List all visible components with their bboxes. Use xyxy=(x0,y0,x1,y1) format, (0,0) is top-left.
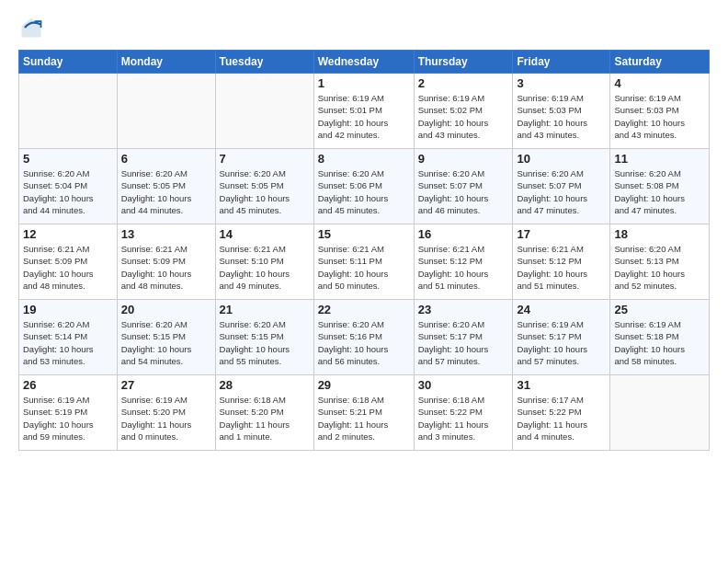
weekday-header-tuesday: Tuesday xyxy=(215,51,313,74)
calendar-cell: 22Sunrise: 6:20 AM Sunset: 5:16 PM Dayli… xyxy=(313,300,414,375)
day-number: 11 xyxy=(614,152,705,166)
day-info: Sunrise: 6:21 AM Sunset: 5:09 PM Dayligh… xyxy=(121,243,211,292)
day-info: Sunrise: 6:19 AM Sunset: 5:19 PM Dayligh… xyxy=(23,394,113,442)
week-row-3: 12Sunrise: 6:21 AM Sunset: 5:09 PM Dayli… xyxy=(19,224,710,300)
day-info: Sunrise: 6:20 AM Sunset: 5:07 PM Dayligh… xyxy=(418,167,509,216)
day-number: 25 xyxy=(614,303,705,316)
calendar-cell: 21Sunrise: 6:20 AM Sunset: 5:15 PM Dayli… xyxy=(215,300,313,375)
calendar-cell: 2Sunrise: 6:19 AM Sunset: 5:02 PM Daylig… xyxy=(414,74,513,149)
day-number: 24 xyxy=(517,303,606,316)
day-info: Sunrise: 6:18 AM Sunset: 5:21 PM Dayligh… xyxy=(318,394,410,442)
day-number: 2 xyxy=(418,76,509,90)
day-info: Sunrise: 6:20 AM Sunset: 5:15 PM Dayligh… xyxy=(220,318,310,367)
day-number: 4 xyxy=(614,76,705,90)
day-number: 13 xyxy=(121,227,211,241)
calendar-cell: 16Sunrise: 6:21 AM Sunset: 5:12 PM Dayli… xyxy=(414,224,513,300)
calendar-cell: 20Sunrise: 6:20 AM Sunset: 5:15 PM Dayli… xyxy=(117,300,215,375)
day-info: Sunrise: 6:17 AM Sunset: 5:22 PM Dayligh… xyxy=(517,394,606,442)
calendar-cell xyxy=(215,74,313,149)
day-info: Sunrise: 6:21 AM Sunset: 5:12 PM Dayligh… xyxy=(418,243,509,292)
day-info: Sunrise: 6:21 AM Sunset: 5:10 PM Dayligh… xyxy=(220,243,310,292)
calendar-cell: 8Sunrise: 6:20 AM Sunset: 5:06 PM Daylig… xyxy=(313,149,414,224)
day-number: 6 xyxy=(121,152,211,166)
week-row-2: 5Sunrise: 6:20 AM Sunset: 5:04 PM Daylig… xyxy=(19,149,710,224)
calendar-cell: 30Sunrise: 6:18 AM Sunset: 5:22 PM Dayli… xyxy=(414,375,513,451)
day-info: Sunrise: 6:20 AM Sunset: 5:05 PM Dayligh… xyxy=(121,167,211,216)
logo xyxy=(18,15,48,40)
day-number: 21 xyxy=(220,303,310,316)
day-number: 29 xyxy=(318,378,410,392)
day-info: Sunrise: 6:20 AM Sunset: 5:17 PM Dayligh… xyxy=(418,318,509,367)
day-info: Sunrise: 6:19 AM Sunset: 5:03 PM Dayligh… xyxy=(614,92,705,141)
day-number: 23 xyxy=(418,303,509,316)
day-info: Sunrise: 6:18 AM Sunset: 5:20 PM Dayligh… xyxy=(220,394,310,442)
day-number: 9 xyxy=(418,152,509,166)
day-number: 30 xyxy=(418,378,509,392)
weekday-header-thursday: Thursday xyxy=(414,51,513,74)
day-info: Sunrise: 6:20 AM Sunset: 5:06 PM Dayligh… xyxy=(318,167,410,216)
day-number: 19 xyxy=(23,303,113,316)
day-number: 28 xyxy=(220,378,310,392)
day-info: Sunrise: 6:20 AM Sunset: 5:16 PM Dayligh… xyxy=(318,318,410,367)
day-number: 3 xyxy=(517,76,606,90)
logo-icon xyxy=(18,15,44,40)
day-info: Sunrise: 6:21 AM Sunset: 5:12 PM Dayligh… xyxy=(517,243,606,292)
day-info: Sunrise: 6:20 AM Sunset: 5:13 PM Dayligh… xyxy=(614,243,705,292)
calendar-cell: 28Sunrise: 6:18 AM Sunset: 5:20 PM Dayli… xyxy=(215,375,313,451)
calendar-cell: 10Sunrise: 6:20 AM Sunset: 5:07 PM Dayli… xyxy=(513,149,610,224)
weekday-header-saturday: Saturday xyxy=(610,51,710,74)
week-row-4: 19Sunrise: 6:20 AM Sunset: 5:14 PM Dayli… xyxy=(19,300,710,375)
calendar-cell: 9Sunrise: 6:20 AM Sunset: 5:07 PM Daylig… xyxy=(414,149,513,224)
calendar-cell: 15Sunrise: 6:21 AM Sunset: 5:11 PM Dayli… xyxy=(313,224,414,300)
day-number: 8 xyxy=(318,152,410,166)
day-info: Sunrise: 6:20 AM Sunset: 5:15 PM Dayligh… xyxy=(121,318,211,367)
day-info: Sunrise: 6:19 AM Sunset: 5:03 PM Dayligh… xyxy=(517,92,606,141)
calendar-cell: 26Sunrise: 6:19 AM Sunset: 5:19 PM Dayli… xyxy=(19,375,118,451)
weekday-header-monday: Monday xyxy=(117,51,215,74)
calendar-cell: 24Sunrise: 6:19 AM Sunset: 5:17 PM Dayli… xyxy=(513,300,610,375)
calendar-cell: 4Sunrise: 6:19 AM Sunset: 5:03 PM Daylig… xyxy=(610,74,710,149)
weekday-header-friday: Friday xyxy=(513,51,610,74)
calendar-cell xyxy=(117,74,215,149)
calendar-cell: 7Sunrise: 6:20 AM Sunset: 5:05 PM Daylig… xyxy=(215,149,313,224)
day-info: Sunrise: 6:20 AM Sunset: 5:14 PM Dayligh… xyxy=(23,318,113,367)
weekday-header-row: SundayMondayTuesdayWednesdayThursdayFrid… xyxy=(19,51,710,74)
day-number: 16 xyxy=(418,227,509,241)
day-info: Sunrise: 6:20 AM Sunset: 5:04 PM Dayligh… xyxy=(23,167,113,216)
calendar-cell xyxy=(19,74,118,149)
calendar-cell: 1Sunrise: 6:19 AM Sunset: 5:01 PM Daylig… xyxy=(313,74,414,149)
calendar-cell: 25Sunrise: 6:19 AM Sunset: 5:18 PM Dayli… xyxy=(610,300,710,375)
day-number: 27 xyxy=(121,378,211,392)
day-info: Sunrise: 6:19 AM Sunset: 5:17 PM Dayligh… xyxy=(517,318,606,367)
calendar-cell: 27Sunrise: 6:19 AM Sunset: 5:20 PM Dayli… xyxy=(117,375,215,451)
week-row-1: 1Sunrise: 6:19 AM Sunset: 5:01 PM Daylig… xyxy=(19,74,710,149)
day-number: 12 xyxy=(23,227,113,241)
page-header xyxy=(18,15,710,40)
day-number: 26 xyxy=(23,378,113,392)
calendar-cell: 12Sunrise: 6:21 AM Sunset: 5:09 PM Dayli… xyxy=(19,224,118,300)
calendar-cell: 29Sunrise: 6:18 AM Sunset: 5:21 PM Dayli… xyxy=(313,375,414,451)
day-info: Sunrise: 6:20 AM Sunset: 5:05 PM Dayligh… xyxy=(220,167,310,216)
day-number: 14 xyxy=(220,227,310,241)
weekday-header-sunday: Sunday xyxy=(19,51,118,74)
day-info: Sunrise: 6:18 AM Sunset: 5:22 PM Dayligh… xyxy=(418,394,509,442)
day-number: 17 xyxy=(517,227,606,241)
day-info: Sunrise: 6:19 AM Sunset: 5:02 PM Dayligh… xyxy=(418,92,509,141)
calendar-cell: 5Sunrise: 6:20 AM Sunset: 5:04 PM Daylig… xyxy=(19,149,118,224)
day-info: Sunrise: 6:21 AM Sunset: 5:11 PM Dayligh… xyxy=(318,243,410,292)
day-info: Sunrise: 6:21 AM Sunset: 5:09 PM Dayligh… xyxy=(23,243,113,292)
week-row-5: 26Sunrise: 6:19 AM Sunset: 5:19 PM Dayli… xyxy=(19,375,710,451)
day-info: Sunrise: 6:20 AM Sunset: 5:08 PM Dayligh… xyxy=(614,167,705,216)
calendar-cell: 13Sunrise: 6:21 AM Sunset: 5:09 PM Dayli… xyxy=(117,224,215,300)
calendar-cell: 23Sunrise: 6:20 AM Sunset: 5:17 PM Dayli… xyxy=(414,300,513,375)
day-number: 31 xyxy=(517,378,606,392)
calendar-cell: 3Sunrise: 6:19 AM Sunset: 5:03 PM Daylig… xyxy=(513,74,610,149)
day-number: 18 xyxy=(614,227,705,241)
calendar-cell: 17Sunrise: 6:21 AM Sunset: 5:12 PM Dayli… xyxy=(513,224,610,300)
day-number: 15 xyxy=(318,227,410,241)
weekday-header-wednesday: Wednesday xyxy=(313,51,414,74)
day-info: Sunrise: 6:20 AM Sunset: 5:07 PM Dayligh… xyxy=(517,167,606,216)
day-info: Sunrise: 6:19 AM Sunset: 5:18 PM Dayligh… xyxy=(614,318,705,367)
calendar-cell: 18Sunrise: 6:20 AM Sunset: 5:13 PM Dayli… xyxy=(610,224,710,300)
calendar-table: SundayMondayTuesdayWednesdayThursdayFrid… xyxy=(18,50,710,451)
